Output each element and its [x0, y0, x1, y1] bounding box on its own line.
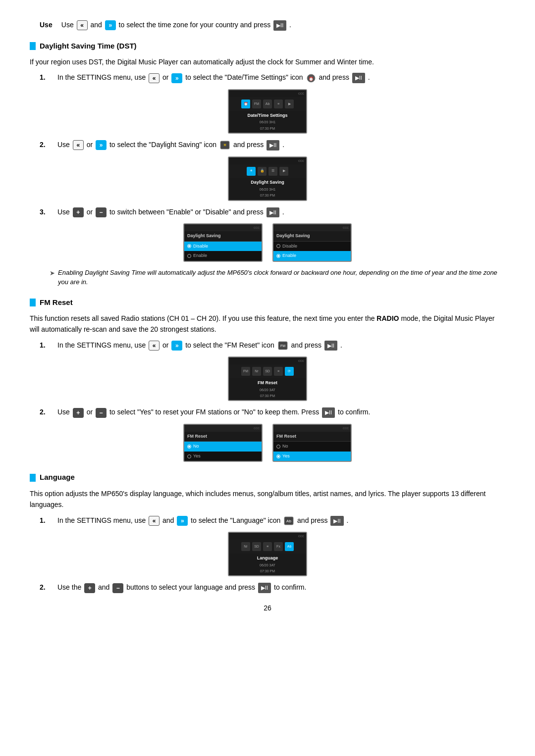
fmreset-header: FM Reset [30, 297, 505, 308]
dst-step2-text1: Use [57, 141, 70, 149]
fmreset-step2: 2. Use + or − to select "Yes" to reset y… [40, 407, 505, 418]
fmreset-opt2-top: ccc [273, 425, 351, 432]
menu-disp-icon: ☰ [268, 167, 277, 176]
dst-screen1-label: Date/Time Settings 06/20 3H1 07:30 PM [229, 111, 306, 133]
dst-options-container: ccc Daylight Saving Disable Enable ccc D… [30, 223, 505, 262]
dst-screen1-date: 06/20 3H1 [260, 120, 275, 125]
language-step2-text1: Use the [57, 583, 81, 591]
dst-opt1-top: ccc [184, 224, 262, 231]
minus-btn-fm2: − [96, 408, 107, 418]
dst-screen2-label: Daylight Saving 06/20 3H1 07:30 PM [229, 178, 306, 200]
dst-opt1-radio-disable [187, 244, 191, 248]
minus-btn-dst3: − [96, 207, 107, 217]
fmreset-step2-text1: Use [57, 408, 70, 416]
forward-btn-fm1: » [171, 341, 182, 351]
dst-opt2-disable-label: Disable [282, 243, 297, 250]
fmreset-screen1-title: FM Reset [258, 380, 277, 387]
fmreset-screen1-menurow: FM Nr SD ≡ ⟳ [229, 364, 306, 378]
language-screen1-label: Language 06/20 3AT 07:30 PM [229, 554, 306, 575]
fmreset-icon: FM [278, 341, 288, 350]
menu-fm-icon: FM [252, 100, 261, 108]
dst-step3-or: or [87, 208, 93, 216]
language-step1-content: In the SETTINGS menu, use « and » to sel… [57, 515, 505, 526]
fmreset-step2-or: or [87, 408, 93, 416]
language-screen1-title: Language [257, 555, 278, 562]
svg-text:⏰: ⏰ [309, 76, 314, 81]
fmreset-body1: This function resets all saved Radio sta… [30, 314, 374, 322]
fmreset-opt1-title: FM Reset [184, 432, 262, 442]
fmreset-step2-text3: to select "Yes" to reset your FM station… [109, 408, 319, 416]
dst-note: ➤ Enabling Daylight Saving Time will aut… [50, 268, 505, 287]
fmreset-opt1-radio-yes [187, 454, 191, 458]
fmreset-opt1-yes-label: Yes [193, 453, 201, 460]
dst-header-icon [30, 42, 36, 50]
language-step1: 1. In the SETTINGS menu, use « and » to … [40, 515, 505, 526]
menu-clock-icon: ⏰ [241, 100, 250, 108]
fmreset-opt2-title: FM Reset [273, 432, 351, 442]
language-header-icon [30, 474, 36, 482]
play-btn-fm2a: ▶II [322, 407, 335, 418]
dst-screen2-title: Daylight Saving [251, 179, 284, 186]
fmreset-opt2-no: No [273, 442, 351, 452]
fmreset-screen1-topbar: ccc [229, 357, 306, 364]
svg-text:FM: FM [280, 344, 285, 348]
menu-sd-lang: SD [252, 542, 261, 551]
forward-btn-lang1: » [177, 516, 188, 526]
language-body: This option adjusts the MP650's display … [30, 488, 505, 510]
dst-step2: 2. Use « or » to select the "Daylight Sa… [40, 140, 505, 151]
dst-step2-text4: and press [233, 141, 264, 149]
fmreset-step1: 1. In the SETTINGS menu, use « or » to s… [40, 340, 505, 351]
rewind-btn-dst2: « [73, 140, 84, 150]
dst-option-screen2: ccc Daylight Saving Disable Enable [272, 223, 352, 262]
dst-opt1-title: Daylight Saving [184, 231, 262, 242]
language-step1-text3: to select the "Language" icon [191, 516, 280, 524]
dst-header-text: Daylight Saving Time (DST) [40, 41, 137, 52]
menu-eq2-icon: ≡ [274, 367, 283, 376]
language-step1-and: and [162, 516, 174, 524]
fmreset-opt2-no-label: No [282, 443, 288, 450]
language-step2-content: Use the + and − buttons to select your l… [57, 582, 505, 593]
page-number: 26 [30, 603, 505, 613]
fmreset-opt1-ccc: ccc [254, 425, 260, 431]
fmreset-header-text: FM Reset [40, 297, 73, 308]
dst-opt1-enable-label: Enable [193, 252, 207, 259]
dst-opt1-radio-enable [187, 254, 191, 258]
dst-opt1-enable: Enable [184, 251, 262, 261]
language-screen1: ccc Nr SD ≡ Fx Ab Language 06/20 3AT 07:… [228, 532, 307, 576]
fmreset-screen1-ccc: ccc [298, 358, 304, 364]
menu-fm-label: FM [241, 367, 250, 376]
dst-step2-content: Use « or » to select the "Daylight Savin… [57, 140, 505, 151]
dst-step3-num: 3. [40, 207, 54, 217]
fmreset-opt1-no: No [184, 442, 262, 452]
fmreset-step1-text1: In the SETTINGS menu, use [57, 341, 146, 349]
dst-opt2-radio-enable [276, 254, 280, 258]
plus-btn-fm2: + [73, 408, 84, 418]
menu-lang-icon: Ab [263, 100, 272, 108]
dst-step1-text4: and press [319, 73, 349, 81]
dst-screen2-time: 07:30 PM [260, 193, 275, 199]
dst-step2-num: 2. [40, 140, 54, 150]
dst-option-screen1: ccc Daylight Saving Disable Enable [183, 223, 263, 262]
dst-step2-text3: to select the "Daylight Saving" icon [109, 141, 216, 149]
fmreset-step1-content: In the SETTINGS menu, use « or » to sele… [57, 340, 505, 351]
menu-nr-icon: Nr [252, 367, 261, 376]
play-btn-step4: ▶II [273, 20, 286, 31]
step4-and: and [90, 21, 102, 29]
dst-opt2-radio-disable [276, 244, 280, 248]
fmreset-screen1: ccc FM Nr SD ≡ ⟳ FM Reset 06/20 3AT 07:3… [228, 356, 307, 401]
language-screen1-ccc: ccc [298, 533, 304, 539]
rewind-btn-fm1: « [149, 341, 160, 351]
dst-screen1-topbar: ccc [229, 90, 306, 97]
language-screen1-topbar: ccc [229, 533, 306, 540]
fmreset-option-screen2: ccc FM Reset No Yes [272, 424, 352, 462]
fmreset-bold: RADIO [376, 314, 399, 322]
language-step2-text4: to confirm. [274, 583, 306, 591]
dst-screen2-topbar: ccc [229, 157, 306, 164]
dst-screen1-time: 07:30 PM [260, 126, 275, 132]
step4-num: Use [40, 20, 54, 30]
fmreset-opt2-ccc: ccc [343, 425, 349, 431]
dst-note-text: Enabling Daylight Saving Time will autom… [58, 268, 505, 287]
minus-btn-lang2: − [112, 583, 123, 593]
svg-text:Ab: Ab [286, 519, 291, 523]
menu-sd-icon: SD [263, 367, 272, 376]
